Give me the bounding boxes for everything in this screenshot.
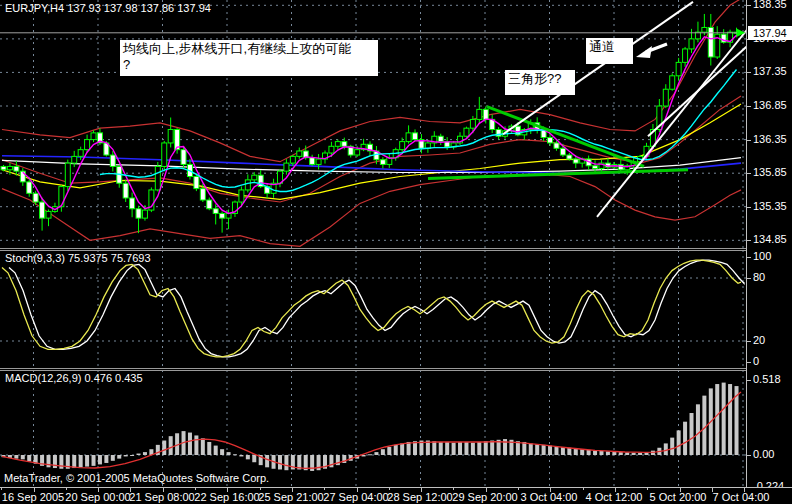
macd-bar (27, 455, 31, 462)
macd-bar (574, 448, 578, 455)
candle-body (7, 166, 12, 169)
candle-body (477, 109, 482, 119)
macd-bar (252, 455, 256, 462)
time-axis-tick (292, 488, 293, 492)
price-axis-label: 137.35 (753, 65, 787, 77)
candle-body (91, 133, 96, 140)
annotation-channel[interactable]: 通道 (586, 38, 633, 64)
time-axis-tick (195, 488, 196, 490)
macd-bar (394, 445, 398, 455)
candle-body (413, 133, 418, 140)
candle-body (33, 193, 38, 202)
time-axis-tick (712, 488, 713, 492)
macd-axis-label: 0.00 (753, 448, 774, 460)
candle-body (297, 151, 302, 156)
macd-bar (561, 447, 565, 455)
macd-bar (239, 455, 243, 456)
candle-body (316, 159, 321, 164)
candle-body (670, 76, 675, 89)
macd-bar (612, 452, 616, 455)
axis-tick (747, 455, 751, 456)
candle-body (470, 119, 475, 128)
time-axis-label: 28 Sep 12:00 (387, 491, 452, 503)
stochastic-panel[interactable]: Stoch(9,3,3) 75.9375 75.7693 (0, 250, 746, 368)
axis-tick (747, 173, 751, 174)
macd-bar (117, 455, 121, 459)
channel-line[interactable] (503, 2, 693, 134)
time-axis-tick (227, 488, 228, 492)
axis-tick (747, 5, 751, 6)
macd-header: MACD(12,26,9) 0.476 0.435 (5, 372, 143, 384)
stochastic-canvas[interactable] (0, 250, 746, 368)
macd-bar (632, 453, 636, 455)
macd-bar (722, 383, 726, 455)
macd-bar (664, 443, 668, 455)
time-axis-tick (324, 488, 325, 490)
macd-bar (368, 454, 372, 455)
price-axis-label: 136.35 (753, 133, 787, 145)
macd-bar (471, 443, 475, 455)
candle-body (567, 155, 572, 159)
candle-body (683, 49, 688, 62)
macd-bar (445, 442, 449, 455)
time-axis-tick (163, 488, 164, 492)
axis-tick (747, 72, 751, 73)
time-axis-tick (389, 488, 390, 490)
candle-body (226, 213, 231, 218)
time-axis-label: 25 Sep 21:00 (258, 491, 323, 503)
macd-bar (593, 451, 597, 455)
candle-body (290, 156, 295, 163)
candle-body (207, 200, 212, 209)
trendline-descending[interactable] (487, 107, 644, 167)
candle-body (593, 166, 598, 169)
candle-body (380, 160, 385, 165)
candle-body (342, 142, 347, 147)
candle-body (483, 109, 488, 119)
time-axis[interactable]: 16 Sep 200520 Sep 00:0021 Sep 08:0022 Se… (0, 487, 792, 504)
candle-body (355, 150, 360, 155)
price-axis-label: 135.85 (753, 166, 787, 178)
candle-body (142, 210, 147, 218)
macd-bar (542, 445, 546, 455)
macd-bar (92, 455, 96, 466)
macd-bar (246, 455, 250, 459)
candle-body (663, 89, 668, 106)
macd-panel[interactable]: MACD(12,26,9) 0.476 0.435 (0, 370, 746, 487)
channel-line[interactable] (648, 5, 746, 136)
candle-body (40, 202, 45, 218)
candle-body (239, 190, 244, 202)
main-chart-canvas[interactable] (0, 0, 746, 248)
macd-bar (72, 455, 76, 468)
macd-bar (522, 442, 526, 455)
candle-body (702, 27, 707, 32)
time-axis-label: 4 Oct 12:00 (586, 491, 643, 503)
price-axis-label: 134.85 (753, 233, 787, 245)
macd-bar (85, 455, 89, 467)
price-axis[interactable]: 137.94 138.35137.85137.35136.85136.35135… (746, 0, 792, 487)
macd-bar (98, 455, 102, 464)
channel-arrow-head (636, 46, 652, 58)
annotation-triangle[interactable]: 三角形?? (505, 70, 575, 95)
time-axis-label: 20 Sep 00:00 (65, 491, 130, 503)
candle-body (1, 166, 6, 169)
macd-bar (477, 442, 481, 455)
candle-body (560, 148, 565, 155)
panel-splitter-1[interactable] (0, 248, 746, 251)
candle-body (618, 164, 623, 169)
macd-bar (137, 454, 141, 455)
ohlc-header: EURJPY,H4 137.93 137.98 137.86 137.94 (5, 2, 211, 14)
macd-bar (715, 384, 719, 455)
macd-bar (432, 441, 436, 455)
macd-canvas[interactable] (0, 370, 746, 487)
macd-bar (130, 455, 134, 456)
stoch-signal-line (9, 260, 744, 357)
candle-body (245, 180, 250, 190)
panel-splitter-2[interactable] (0, 368, 746, 371)
main-chart-panel[interactable]: EURJPY,H4 137.93 137.98 137.86 137.94 (0, 0, 746, 248)
annotation-note[interactable]: 均线向上,步林线开口,有继续上攻的可能 ? (120, 40, 378, 76)
macd-bar (387, 447, 391, 455)
macd-bar (439, 442, 443, 455)
time-axis-label: 5 Oct 20:00 (650, 491, 707, 503)
candle-body (155, 166, 160, 190)
time-axis-tick (647, 488, 648, 490)
